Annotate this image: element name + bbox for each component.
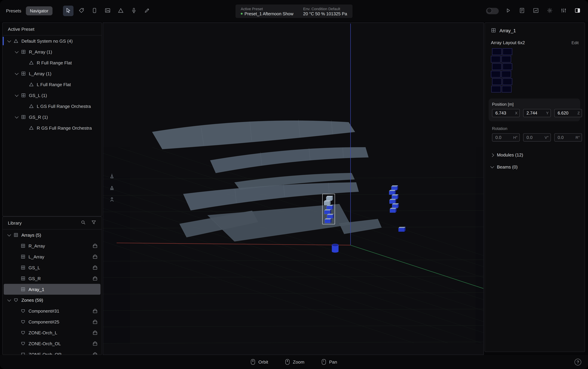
stacked-array-icon bbox=[109, 185, 115, 192]
lock-icon bbox=[93, 320, 96, 324]
tag-tool-button[interactable] bbox=[76, 6, 87, 16]
filter-icon[interactable] bbox=[91, 220, 96, 226]
array-cell bbox=[492, 63, 502, 70]
topbar: Presets Navigator Active Preset Preset_1… bbox=[0, 0, 588, 22]
library-item-label: R_Array bbox=[29, 243, 45, 249]
library-item-zone-orch-or[interactable]: ZONE-Orch_OR bbox=[2, 349, 102, 355]
rotation-section: Rotation H° V° R° bbox=[492, 126, 578, 141]
unit-r: R° bbox=[576, 135, 580, 140]
library-item-zone-orch-l[interactable]: ZONE-Orch_L bbox=[2, 327, 102, 338]
settings-button[interactable] bbox=[545, 6, 554, 15]
library-item-array-1[interactable]: Array_1 bbox=[4, 284, 101, 295]
zoom-hint: Zoom bbox=[285, 359, 304, 365]
library-item-gs-l[interactable]: GS_L bbox=[2, 262, 102, 273]
chevron-down-icon bbox=[490, 165, 494, 168]
app-window: Presets Navigator Active Preset Preset_1… bbox=[0, 0, 588, 369]
tree-item-default-system[interactable]: Default System no GS (4) bbox=[2, 36, 102, 46]
library-group-zones[interactable]: Zones (59) bbox=[2, 295, 102, 306]
navigator-button[interactable]: Navigator bbox=[26, 6, 52, 15]
tree-item-gs-r[interactable]: GS_R (1) bbox=[2, 112, 102, 122]
status-dot bbox=[241, 13, 243, 15]
tree-item-l-array[interactable]: L_Array (1) bbox=[2, 68, 102, 79]
report-button[interactable] bbox=[518, 6, 526, 15]
select-tool-button[interactable] bbox=[63, 6, 74, 16]
speaker-array-right[interactable] bbox=[389, 185, 399, 213]
tree-item-r-full-range-flat[interactable]: R Full Range Flat bbox=[2, 57, 102, 68]
tree-item-l-full-range-flat[interactable]: L Full Range Flat bbox=[2, 79, 102, 90]
unit-h: H° bbox=[513, 135, 518, 140]
play-button[interactable] bbox=[504, 6, 513, 15]
cursor-icon bbox=[65, 7, 71, 14]
source-icon bbox=[29, 60, 34, 65]
help-button[interactable]: ? bbox=[575, 359, 581, 366]
speaker-box-single[interactable] bbox=[399, 227, 406, 232]
library-item-label: Component#25 bbox=[29, 319, 59, 324]
library-item-l-array[interactable]: L_Array bbox=[2, 251, 102, 262]
tree-item-r-array[interactable]: R_Array (1) bbox=[2, 46, 102, 57]
unit-v: V° bbox=[545, 135, 549, 140]
tree-item-l-gs-full-range-orchestra[interactable]: L GS Full Range Orchestra bbox=[2, 101, 102, 112]
chevron-down-icon[interactable] bbox=[7, 298, 11, 301]
device-tool-button[interactable] bbox=[89, 6, 100, 16]
inspector-panel: Array_1 Array Layout 6x2 Edit Position [… bbox=[484, 22, 585, 352]
chevron-down-icon[interactable] bbox=[7, 39, 11, 42]
chevron-right-icon bbox=[490, 153, 494, 157]
microphone-icon bbox=[131, 7, 137, 14]
mouse-pan-icon bbox=[322, 359, 326, 365]
tree-item-r-gs-full-range-orchestra[interactable]: R GS Full Range Orchestra bbox=[2, 122, 102, 133]
chevron-down-icon[interactable] bbox=[7, 233, 11, 236]
zone-icon bbox=[21, 330, 26, 335]
stacked-array-tool-button[interactable] bbox=[108, 184, 116, 192]
array-grid-icon bbox=[21, 265, 26, 270]
array-tool-button[interactable] bbox=[116, 6, 126, 16]
array-grid-icon bbox=[21, 276, 26, 281]
chart-button[interactable] bbox=[531, 6, 540, 15]
lock-icon bbox=[93, 255, 96, 259]
library-group-label: Arrays (5) bbox=[21, 232, 41, 238]
image-tool-button[interactable] bbox=[102, 6, 113, 16]
subwoofer-cylinder[interactable] bbox=[332, 244, 339, 252]
tree-item-label: L_Array (1) bbox=[29, 71, 51, 76]
chevron-down-icon[interactable] bbox=[15, 93, 19, 97]
chevron-down-icon[interactable] bbox=[15, 71, 19, 75]
edit-layout-link[interactable]: Edit bbox=[571, 40, 579, 45]
array-cell bbox=[501, 71, 511, 78]
modules-accordion[interactable]: Modules (12) bbox=[485, 149, 585, 161]
flown-array-icon bbox=[109, 173, 115, 180]
library-item-gs-r[interactable]: GS_R bbox=[2, 273, 102, 284]
chevron-down-icon[interactable] bbox=[15, 50, 19, 53]
draw-tool-button[interactable] bbox=[142, 6, 152, 16]
panel-toggle-button[interactable] bbox=[573, 6, 582, 15]
scene-canvas bbox=[103, 23, 483, 355]
zone-icon bbox=[21, 341, 26, 346]
view-toggle[interactable] bbox=[486, 8, 499, 14]
array-cell bbox=[491, 56, 501, 62]
array-cell bbox=[503, 48, 512, 55]
flown-array-tool-button[interactable] bbox=[108, 173, 116, 181]
library-item-zone-orch-ol[interactable]: ZONE-Orch_OL bbox=[2, 338, 102, 349]
mouse-orbit-icon bbox=[251, 359, 255, 365]
listener-tool-button[interactable] bbox=[108, 196, 116, 204]
tree-item-label: L Full Range Flat bbox=[37, 82, 71, 87]
tree-item-label: Default System no GS (4) bbox=[21, 38, 73, 44]
zone-icon bbox=[21, 319, 26, 324]
pan-hint: Pan bbox=[322, 359, 337, 365]
search-icon[interactable] bbox=[81, 220, 86, 226]
array-layout-grid[interactable] bbox=[485, 48, 585, 95]
beams-accordion[interactable]: Beams (0) bbox=[485, 161, 585, 173]
status-info-box: Active Preset Preset_1 Afternoon Show En… bbox=[235, 4, 353, 18]
viewport-3d[interactable] bbox=[103, 22, 484, 355]
library-item-component-25[interactable]: Component#25 bbox=[2, 316, 102, 327]
filters-button[interactable] bbox=[559, 6, 568, 15]
library-item-label: GS_L bbox=[29, 265, 40, 270]
pan-hint-label: Pan bbox=[329, 359, 337, 365]
library-item-component-31[interactable]: Component#31 bbox=[2, 306, 102, 317]
mic-tool-button[interactable] bbox=[129, 6, 139, 16]
tree-item-gs-l[interactable]: GS_L (1) bbox=[2, 90, 102, 101]
library-item-r-array[interactable]: R_Array bbox=[2, 240, 102, 251]
array-grid-icon bbox=[491, 28, 496, 34]
array-cell bbox=[492, 48, 502, 55]
library-group-arrays[interactable]: Arrays (5) bbox=[2, 229, 102, 240]
chevron-down-icon[interactable] bbox=[15, 115, 19, 119]
lock-icon bbox=[93, 276, 96, 280]
